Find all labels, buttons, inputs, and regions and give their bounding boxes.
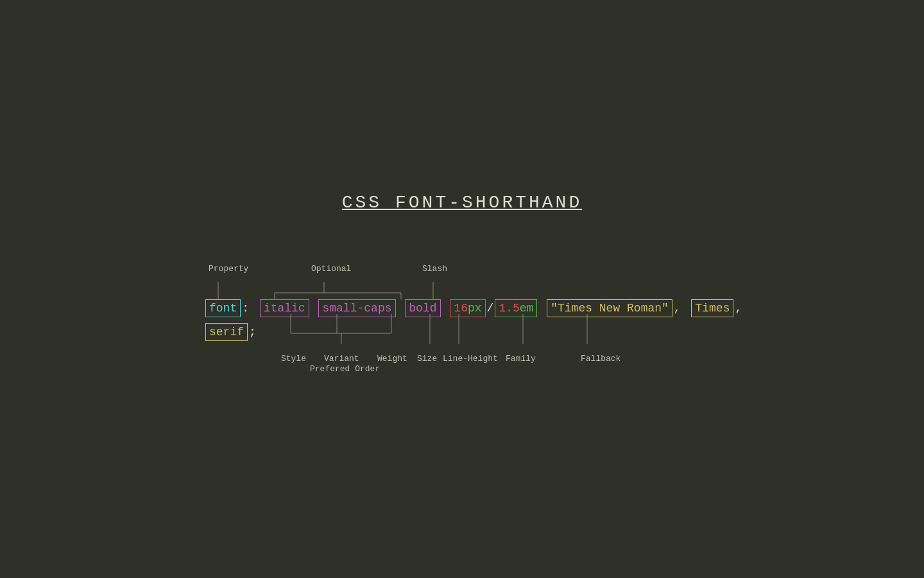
label-weight: Weight — [377, 354, 407, 363]
label-optional: Optional — [311, 264, 351, 274]
label-slash: Slash — [422, 264, 447, 274]
token-space6 — [682, 300, 692, 317]
connector-lines — [205, 264, 719, 392]
token-space5 — [537, 300, 547, 317]
label-line-height: Line-Height — [443, 354, 498, 363]
labels-above: Property Optional Slash — [205, 264, 719, 283]
token-comma1: , — [672, 300, 682, 317]
token-space1 — [250, 300, 260, 317]
diagram: Property Optional Slash font : italic sm… — [205, 264, 719, 392]
token-comma2: , — [733, 300, 743, 317]
label-property: Property — [209, 264, 248, 274]
page-title: CSS FONT-SHORTHAND — [205, 193, 719, 213]
token-times: Times — [691, 299, 733, 317]
token-times-new-roman: "Times New Roman" — [547, 299, 672, 317]
label-variant: Variant — [324, 354, 359, 363]
token-italic: italic — [260, 299, 309, 317]
label-family: Family — [506, 354, 536, 363]
token-bold: bold — [405, 299, 440, 317]
token-small-caps: small-caps — [318, 299, 395, 317]
code-row-2: serif ; — [205, 323, 257, 341]
token-serif: serif — [205, 323, 248, 341]
token-space2 — [309, 300, 319, 317]
label-preferred-order: Prefered Order — [310, 364, 380, 374]
token-space4 — [441, 300, 450, 317]
token-slash: / — [486, 300, 495, 317]
token-16px: 16px — [450, 299, 485, 317]
label-style: Style — [281, 354, 306, 363]
token-1-5em: 1.5em — [495, 299, 537, 317]
token-colon: : — [241, 300, 250, 317]
label-fallback: Fallback — [581, 354, 620, 363]
token-space3 — [396, 300, 406, 317]
token-font: font — [205, 299, 241, 317]
token-semicolon: ; — [248, 324, 257, 340]
code-row-1: font : italic small-caps bold 16px / 1.5… — [205, 299, 743, 317]
label-size: Size — [417, 354, 437, 363]
